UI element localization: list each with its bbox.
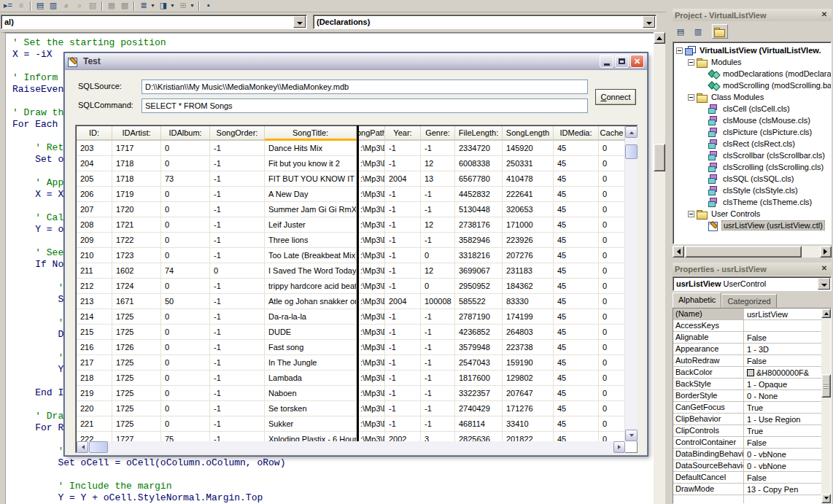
- scroll-thumb[interactable]: [654, 144, 665, 171]
- grid-column-header[interactable]: Genre:: [421, 126, 455, 141]
- chevron-down-icon[interactable]: ▼: [190, 1, 196, 11]
- property-row[interactable]: Appearance1 - 3D: [673, 344, 831, 355]
- table-row[interactable]: 20817210-1Leif Juster:\Mp3\D-11227381761…: [77, 217, 625, 233]
- property-row[interactable]: DefaultCancelFalse: [673, 472, 831, 484]
- object-selector-combo[interactable]: usrListView UserControl: [673, 276, 832, 291]
- scroll-up-icon[interactable]: [654, 32, 665, 44]
- scroll-track[interactable]: [654, 44, 665, 504]
- table-row[interactable]: 205171873-1FIT BUT YOU KNOW IT:\Mp3\D200…: [77, 171, 625, 187]
- property-row[interactable]: [673, 495, 831, 504]
- scroll-thumb[interactable]: [685, 246, 802, 257]
- connect-button[interactable]: Connect: [595, 89, 636, 105]
- scroll-track[interactable]: [821, 309, 831, 503]
- project-explorer-icon[interactable]: ▤: [34, 1, 47, 11]
- table-row[interactable]: 21517250-1DUDE:\Mp3\D-1-1423685226480345…: [77, 325, 625, 340]
- close-icon[interactable]: ✕: [630, 55, 644, 68]
- grid-vscrollbar[interactable]: [625, 126, 638, 441]
- code-vscrollbar[interactable]: [654, 32, 665, 504]
- project-hscrollbar[interactable]: [673, 246, 832, 257]
- table-row[interactable]: 21717250-1In The Jungle:\Mp3\D-1-1254704…: [77, 355, 625, 371]
- find-icon[interactable]: ⌕: [60, 1, 73, 11]
- grid-hscrollbar[interactable]: [77, 441, 625, 453]
- scroll-thumb[interactable]: [89, 441, 108, 453]
- grid-column-header[interactable]: IDAlbum:: [161, 126, 210, 141]
- form-layout-icon[interactable]: ◨: [157, 1, 170, 11]
- property-value[interactable]: 0 - vbNone: [744, 449, 831, 460]
- property-value[interactable]: [744, 495, 831, 504]
- property-value[interactable]: [744, 320, 831, 331]
- lock-icon[interactable]: ▪: [202, 1, 215, 11]
- scroll-right-icon[interactable]: [820, 246, 832, 257]
- dialog-titlebar[interactable]: Test ✕: [65, 53, 647, 70]
- table-row[interactable]: 21817250-1Lambada:\Mp3\D-1-1181760012980…: [77, 371, 625, 386]
- property-value[interactable]: 1 - Use Region: [744, 414, 831, 424]
- property-value[interactable]: False: [744, 355, 831, 366]
- grid-column-header[interactable]: Year:: [385, 126, 421, 141]
- property-row[interactable]: DataSourceBehavior0 - vbNone: [673, 460, 831, 472]
- tree-item-clsrect[interactable]: clsRect (clsRect.cls): [673, 138, 831, 150]
- sqlcommand-input[interactable]: SELECT * FROM Songs: [142, 98, 588, 113]
- scroll-left-icon[interactable]: [673, 246, 684, 257]
- collapse-icon[interactable]: [688, 94, 694, 101]
- scroll-up-icon[interactable]: [625, 126, 638, 138]
- property-row[interactable]: ControlContainerFalse: [673, 437, 831, 449]
- properties-vscrollbar[interactable]: [821, 309, 831, 503]
- property-row[interactable]: AccessKeys: [673, 320, 831, 332]
- property-row[interactable]: ClipBehavior1 - Use Region: [673, 414, 831, 425]
- tree-item-virtuallistview[interactable]: VirtualListView (VirtualListVIew.: [673, 44, 831, 56]
- collapse-icon[interactable]: [688, 59, 694, 66]
- property-row[interactable]: (Name)usrListView: [673, 309, 831, 320]
- toggle-breakpoint-icon[interactable]: ▦: [105, 1, 118, 11]
- property-value[interactable]: 1 - 3D: [744, 344, 831, 354]
- scroll-thumb[interactable]: [625, 144, 638, 159]
- table-row[interactable]: 20617190-1A New Day:\Mp3\D-1-14452832222…: [77, 187, 625, 202]
- collapse-icon[interactable]: [676, 47, 683, 54]
- property-row[interactable]: ClipControlsTrue: [673, 425, 831, 437]
- property-value[interactable]: &H8000000F&: [744, 367, 831, 378]
- chevron-down-icon[interactable]: ▼: [170, 1, 177, 11]
- grid-column-header[interactable]: ongPath:: [357, 126, 385, 141]
- table-row[interactable]: 2111602740I Saved The Word Today:\Mp3\D-…: [77, 263, 625, 279]
- property-value[interactable]: True: [744, 425, 831, 436]
- chevron-down-icon[interactable]: ▼: [150, 1, 157, 11]
- tree-item-clstheme[interactable]: clsTheme (clsTheme.cls): [673, 196, 831, 208]
- property-row[interactable]: BorderStyle0 - None: [673, 390, 831, 402]
- properties-window-icon[interactable]: ▥: [47, 1, 60, 11]
- table-row[interactable]: 20917220-1Three lions:\Mp3\D-1-135829462…: [77, 233, 625, 248]
- scroll-track[interactable]: [625, 126, 638, 441]
- design-mode-icon[interactable]: ▸=: [1, 1, 15, 11]
- table-row[interactable]: 222172775-1Xploding Plastix - 6 Hours S:…: [77, 432, 625, 441]
- scroll-track[interactable]: [77, 441, 625, 453]
- tree-item-usrlistview[interactable]: usrListView (usrListView.ctl): [673, 220, 831, 231]
- table-row[interactable]: 21217240-1trippy hardcore acid beats:\Mp…: [77, 279, 625, 294]
- sqlsource-input[interactable]: D:\\Kristian\\My Music\\MediaMonkey\\Med…: [142, 80, 588, 94]
- property-value[interactable]: 0 - None: [744, 390, 831, 401]
- properties-panel-titlebar[interactable]: Properties - usrListView ✕: [673, 263, 832, 275]
- tree-item-clsstyle[interactable]: clsStyle (clsStyle.cls): [673, 185, 831, 196]
- scroll-down-icon[interactable]: [821, 494, 831, 503]
- project-panel-titlebar[interactable]: Project - VirtualListView ✕: [673, 9, 832, 21]
- scroll-thumb[interactable]: [821, 374, 831, 398]
- toggle-folders-button[interactable]: [712, 24, 728, 39]
- grid-column-header[interactable]: SongOrder:: [210, 126, 265, 141]
- maximize-button[interactable]: [615, 55, 629, 68]
- property-row[interactable]: BackStyle1 - Opaque: [673, 379, 831, 390]
- object-browser-icon[interactable]: ▧: [86, 1, 99, 11]
- tree-item-modules[interactable]: Modules: [673, 56, 831, 68]
- grid-column-header[interactable]: ID:: [77, 126, 112, 141]
- tree-item-clspicture[interactable]: clsPicture (clsPicture.cls): [673, 126, 831, 138]
- chevron-down-icon[interactable]: [818, 278, 830, 290]
- indent-menu-icon[interactable]: ≣: [137, 1, 150, 11]
- property-row[interactable]: DrawMode13 - Copy Pen: [673, 484, 831, 495]
- property-value[interactable]: False: [744, 437, 831, 448]
- grid-column-header[interactable]: SongLength: [503, 126, 554, 141]
- view-object-button[interactable]: ▥: [690, 24, 706, 39]
- table-row[interactable]: 21017230-1Too Late (Breakbeat Mix):\Mp3\…: [77, 248, 625, 263]
- grid-column-header[interactable]: Cache: [599, 126, 625, 141]
- property-row[interactable]: AutoRedrawFalse: [673, 355, 831, 367]
- chevron-down-icon[interactable]: [643, 16, 655, 28]
- table-row[interactable]: 22117250-1Sukker:\Mp3\D-1-14681143341045…: [77, 416, 625, 432]
- grid-column-header[interactable]: FileLength:: [455, 126, 503, 141]
- property-value[interactable]: False: [744, 472, 831, 483]
- minimize-button[interactable]: [600, 55, 613, 68]
